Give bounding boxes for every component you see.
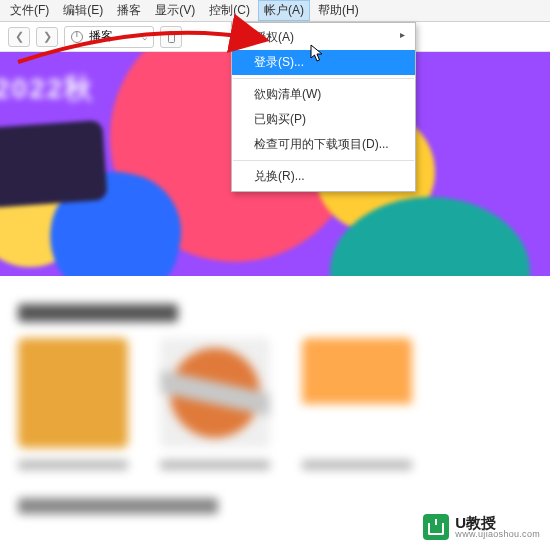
watermark-url: www.ujiaoshou.com (455, 530, 540, 539)
tile-caption (302, 460, 412, 470)
dd-purchased[interactable]: 已购买(P) (232, 107, 415, 132)
tile-caption (18, 460, 128, 470)
podcast-icon (71, 31, 83, 43)
menu-edit[interactable]: 编辑(E) (57, 0, 109, 21)
forward-button[interactable]: ❯ (36, 27, 58, 47)
tile-item[interactable] (18, 338, 128, 448)
device-button[interactable] (160, 26, 182, 48)
dd-wishlist[interactable]: 欲购清单(W) (232, 82, 415, 107)
dd-check-downloads[interactable]: 检查可用的下载项目(D)... (232, 132, 415, 157)
account-dropdown: 授权(A) 登录(S)... 欲购清单(W) 已购买(P) 检查可用的下载项目(… (231, 22, 416, 192)
menu-help[interactable]: 帮助(H) (312, 0, 365, 21)
banner-shape (0, 120, 108, 208)
banner-headline: 2022秋 (0, 70, 94, 108)
dd-separator (233, 160, 414, 161)
back-button[interactable]: ❮ (8, 27, 30, 47)
content-area (0, 290, 550, 528)
dd-separator (233, 78, 414, 79)
menubar: 文件(F) 编辑(E) 播客 显示(V) 控制(C) 帐户(A) 帮助(H) (0, 0, 550, 22)
watermark: U教授 www.ujiaoshou.com (423, 514, 540, 540)
menu-account[interactable]: 帐户(A) (258, 0, 310, 21)
watermark-brand: U教授 (455, 515, 540, 530)
dd-authorize[interactable]: 授权(A) (232, 25, 415, 50)
watermark-logo-icon (423, 514, 449, 540)
picker-label: 播客 (89, 28, 113, 45)
library-picker[interactable]: 播客 ⌵ (64, 26, 154, 48)
dd-signin[interactable]: 登录(S)... (232, 50, 415, 75)
menu-podcast[interactable]: 播客 (111, 0, 147, 21)
tiles-row (18, 338, 532, 448)
menu-view[interactable]: 显示(V) (149, 0, 201, 21)
menu-file[interactable]: 文件(F) (4, 0, 55, 21)
chevron-right-icon: ❯ (43, 30, 52, 43)
dd-redeem[interactable]: 兑换(R)... (232, 164, 415, 189)
section-heading (18, 498, 218, 514)
tile-item[interactable] (302, 338, 412, 448)
chevron-down-icon: ⌵ (142, 32, 147, 42)
chevron-left-icon: ❮ (15, 30, 24, 43)
tile-item[interactable] (160, 338, 270, 448)
section-heading (18, 304, 178, 322)
menu-control[interactable]: 控制(C) (203, 0, 256, 21)
phone-icon (168, 31, 175, 43)
tile-caption (160, 460, 270, 470)
